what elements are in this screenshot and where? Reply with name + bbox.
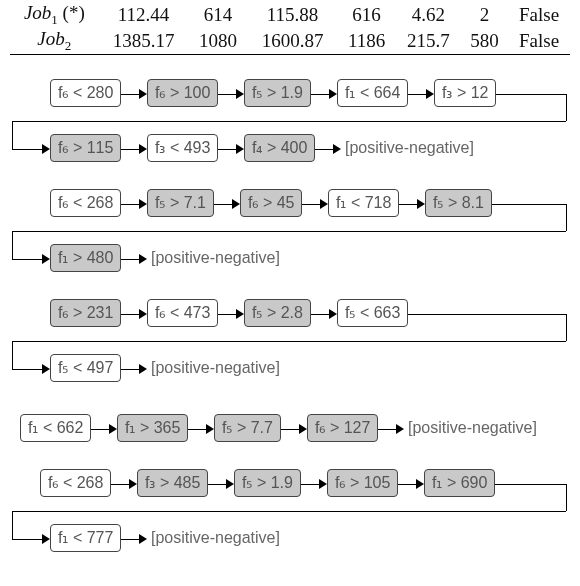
cell: 2 bbox=[461, 2, 508, 28]
condition-node: f₆ > 231 bbox=[50, 299, 121, 327]
cell: False bbox=[508, 2, 570, 28]
outcome-label: [positive-negative] bbox=[151, 529, 280, 547]
condition-node: f₁ < 662 bbox=[20, 414, 91, 442]
condition-node: f₅ > 1.9 bbox=[234, 469, 301, 497]
condition-node: f₆ > 105 bbox=[327, 469, 398, 497]
condition-node: f₆ < 268 bbox=[50, 189, 121, 217]
condition-node: f₆ > 115 bbox=[50, 134, 121, 162]
condition-node: f₃ > 12 bbox=[434, 79, 496, 107]
cell: False bbox=[508, 28, 570, 54]
condition-node: f₄ > 400 bbox=[244, 134, 315, 162]
condition-node: f₃ > 485 bbox=[137, 469, 208, 497]
condition-node: f₁ > 365 bbox=[117, 414, 188, 442]
condition-node: f₆ > 127 bbox=[307, 414, 378, 442]
condition-node: f₅ > 2.8 bbox=[244, 299, 311, 327]
condition-node: f₆ > 100 bbox=[147, 79, 218, 107]
condition-node: f₅ < 497 bbox=[50, 354, 121, 382]
cell: 1186 bbox=[337, 28, 395, 54]
table-row: Job2 1385.17 1080 1600.87 1186 215.7 580… bbox=[10, 28, 570, 54]
cell: 1385.17 bbox=[99, 28, 189, 54]
data-table: Job1 (*) 112.44 614 115.88 616 4.62 2 Fa… bbox=[10, 2, 570, 55]
cell: 1600.87 bbox=[248, 28, 338, 54]
condition-node: f₁ < 664 bbox=[337, 79, 408, 107]
cell: 115.88 bbox=[248, 2, 338, 28]
outcome-label: [positive-negative] bbox=[151, 249, 280, 267]
outcome-label: [positive-negative] bbox=[408, 419, 537, 437]
condition-node: f₆ < 268 bbox=[40, 469, 111, 497]
cell: 215.7 bbox=[396, 28, 461, 54]
row-label: Job2 bbox=[10, 28, 99, 54]
cell: 4.62 bbox=[396, 2, 461, 28]
cell: 616 bbox=[337, 2, 395, 28]
condition-node: f₆ > 45 bbox=[240, 189, 302, 217]
outcome-label: [positive-negative] bbox=[151, 359, 280, 377]
rule-diagram: f₆ < 280f₆ > 100f₅ > 1.9f₁ < 664f₃ > 12f… bbox=[10, 79, 570, 586]
outcome-label: [positive-negative] bbox=[345, 139, 474, 157]
row-label: Job1 (*) bbox=[10, 2, 99, 28]
condition-node: f₆ < 473 bbox=[147, 299, 218, 327]
condition-node: f₁ < 718 bbox=[328, 189, 399, 217]
condition-node: f₆ < 280 bbox=[50, 79, 121, 107]
condition-node: f₁ < 777 bbox=[50, 524, 121, 552]
condition-node: f₅ > 1.9 bbox=[244, 79, 311, 107]
condition-node: f₁ > 690 bbox=[424, 469, 495, 497]
cell: 580 bbox=[461, 28, 508, 54]
condition-node: f₁ > 480 bbox=[50, 244, 121, 272]
cell: 614 bbox=[188, 2, 247, 28]
condition-node: f₅ > 7.7 bbox=[214, 414, 281, 442]
cell: 112.44 bbox=[99, 2, 189, 28]
condition-node: f₅ > 7.1 bbox=[147, 189, 214, 217]
condition-node: f₅ > 8.1 bbox=[425, 189, 492, 217]
condition-node: f₅ < 663 bbox=[337, 299, 408, 327]
condition-node: f₃ < 493 bbox=[147, 134, 218, 162]
table-row: Job1 (*) 112.44 614 115.88 616 4.62 2 Fa… bbox=[10, 2, 570, 28]
job-table: Job1 (*) 112.44 614 115.88 616 4.62 2 Fa… bbox=[10, 2, 570, 55]
cell: 1080 bbox=[188, 28, 247, 54]
